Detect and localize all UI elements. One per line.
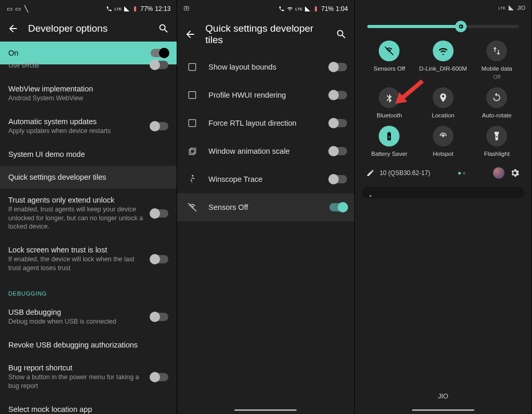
qs-tile-battery-saver[interactable]: Battery Saver <box>364 126 415 157</box>
toggle-switch[interactable] <box>329 119 347 127</box>
tile-row[interactable]: Sensors Off <box>177 193 354 221</box>
tile-label: Winscope Trace <box>208 175 321 183</box>
tile-label: Profile HWUI rendering <box>208 91 321 99</box>
qs-tile-swap[interactable]: Mobile dataOff <box>472 41 522 80</box>
bluetooth-icon[interactable] <box>379 87 400 108</box>
qs-tile-label: Bluetooth <box>377 112 402 118</box>
toggle-switch[interactable] <box>151 255 168 263</box>
winscope-icon <box>184 171 200 187</box>
back-icon[interactable] <box>7 23 19 34</box>
sensors-off-icon[interactable] <box>379 41 400 61</box>
qs-tile-bluetooth[interactable]: Bluetooth <box>364 87 415 118</box>
settings-icon[interactable] <box>510 168 520 178</box>
lte-badge: LTE <box>295 7 302 11</box>
toggle-switch[interactable] <box>329 203 347 211</box>
settings-row[interactable]: System UI demo mode <box>0 143 177 166</box>
location-icon[interactable] <box>433 87 454 108</box>
row-sublabel: Debug mode when USB is connected <box>8 317 145 326</box>
settings-row[interactable]: Lock screen when trust is lostIf enabled… <box>0 238 177 280</box>
battery-saver-icon[interactable] <box>379 126 400 146</box>
qs-footer: 10 (QSB30.62-17) <box>360 162 526 184</box>
qs-tile-sensors-off[interactable]: Sensors Off <box>364 41 415 80</box>
tiles-list: Show layout boundsProfile HWUI rendering… <box>177 53 354 221</box>
status-bar: LTE 71% 1:04 <box>177 0 354 16</box>
settings-row[interactable]: Trust agents only extend unlockIf enable… <box>0 189 177 239</box>
toggle-switch[interactable] <box>151 313 168 321</box>
back-icon[interactable] <box>184 29 196 40</box>
settings-row[interactable]: USB debuggingDebug mode when USB is conn… <box>0 301 177 333</box>
settings-row[interactable]: Automatic system updatesApply updates wh… <box>0 110 177 143</box>
lte-badge: LTE <box>114 7 122 11</box>
settings-row[interactable]: Quick settings developer tiles <box>0 166 177 189</box>
toggle-switch[interactable] <box>329 147 347 155</box>
edit-icon[interactable] <box>366 169 375 177</box>
settings-list-debugging: USB debuggingDebug mode when USB is conn… <box>0 301 177 414</box>
toggle-switch[interactable] <box>151 122 168 130</box>
search-icon[interactable] <box>158 23 169 34</box>
tile-row[interactable]: Profile HWUI rendering <box>177 81 354 109</box>
qs-tile-sublabel: Off <box>493 74 500 80</box>
signal-icon <box>304 6 311 12</box>
profile-icon <box>184 87 200 103</box>
wifi-icon <box>287 6 293 12</box>
toggle-switch[interactable] <box>151 373 168 381</box>
toggle-switch[interactable] <box>329 63 347 71</box>
qs-tile-flashlight[interactable]: Flashlight <box>472 126 522 157</box>
search-icon[interactable] <box>336 29 347 40</box>
row-sublabel: Android System WebView <box>8 94 163 103</box>
clock: 12:13 <box>155 5 170 12</box>
carrier-footer: JIO <box>360 392 526 405</box>
toggle-switch[interactable] <box>151 49 168 57</box>
qs-tile-rotate[interactable]: Auto-rotate <box>472 87 522 118</box>
battery-percent: 71% <box>321 5 334 12</box>
qs-tile-label: Battery Saver <box>371 151 408 157</box>
toggle-switch[interactable] <box>151 209 168 218</box>
qs-tile-location[interactable]: Location <box>418 87 468 118</box>
hotspot-icon[interactable] <box>433 126 454 146</box>
row-sublabel: Show a button in the power menu for taki… <box>8 373 145 391</box>
notification-icon: ▭ <box>15 6 21 12</box>
brightness-slider[interactable] <box>367 25 519 28</box>
tile-row[interactable]: Window animation scale <box>177 137 354 165</box>
settings-row[interactable]: Select mock location appNo mock location… <box>0 398 177 414</box>
page-title: Quick settings developer tiles <box>205 23 326 46</box>
row-label: Quick settings developer tiles <box>8 173 163 181</box>
home-indicator[interactable] <box>412 409 474 411</box>
app-bar: Quick settings developer tiles <box>177 16 354 53</box>
qs-tile-hotspot[interactable]: Hotspot <box>418 126 468 157</box>
row-label: Bug report shortcut <box>8 364 145 372</box>
settings-row[interactable]: WebView implementationAndroid System Web… <box>0 77 177 110</box>
wifi-icon[interactable] <box>433 41 454 61</box>
brightness-thumb[interactable] <box>455 21 467 32</box>
settings-row[interactable]: Use sRGB <box>0 60 177 77</box>
row-label: On <box>8 49 145 57</box>
tile-label: Show layout bounds <box>208 63 321 71</box>
tile-row[interactable]: Show layout bounds <box>177 53 354 81</box>
qs-tile-label: Sensors Off <box>374 65 405 72</box>
cast-icon <box>183 6 190 12</box>
settings-row[interactable]: Revoke USB debugging authorizations <box>0 333 177 356</box>
qs-tile-wifi[interactable]: D-Link_DIR-600M <box>418 41 468 80</box>
rtl-icon <box>184 115 200 131</box>
row-label: Trust agents only extend unlock <box>8 196 145 204</box>
user-avatar[interactable] <box>493 167 504 179</box>
battery-icon <box>132 6 138 12</box>
notification-icon: ╲ <box>23 6 29 12</box>
home-indicator[interactable] <box>234 409 297 411</box>
swap-icon[interactable] <box>486 41 507 61</box>
status-bar: LTE JIO <box>355 0 531 10</box>
tile-label: Force RTL layout direction <box>208 119 321 127</box>
qs-tile-label: Auto-rotate <box>482 112 512 118</box>
flashlight-icon[interactable] <box>486 126 507 146</box>
toggle-switch[interactable] <box>329 91 347 99</box>
sensors-off-icon <box>184 199 200 215</box>
toggle-switch[interactable] <box>151 61 168 69</box>
row-label: Select mock location app <box>8 405 163 413</box>
notification-card[interactable]: • <box>362 187 524 198</box>
tile-row[interactable]: Force RTL layout direction <box>177 109 354 137</box>
toggle-switch[interactable] <box>329 175 347 183</box>
rotate-icon[interactable] <box>486 87 507 108</box>
settings-row[interactable]: Bug report shortcutShow a button in the … <box>0 356 177 398</box>
tile-row[interactable]: Winscope Trace <box>177 165 354 193</box>
row-sublabel: Apply updates when device restarts <box>8 127 145 136</box>
